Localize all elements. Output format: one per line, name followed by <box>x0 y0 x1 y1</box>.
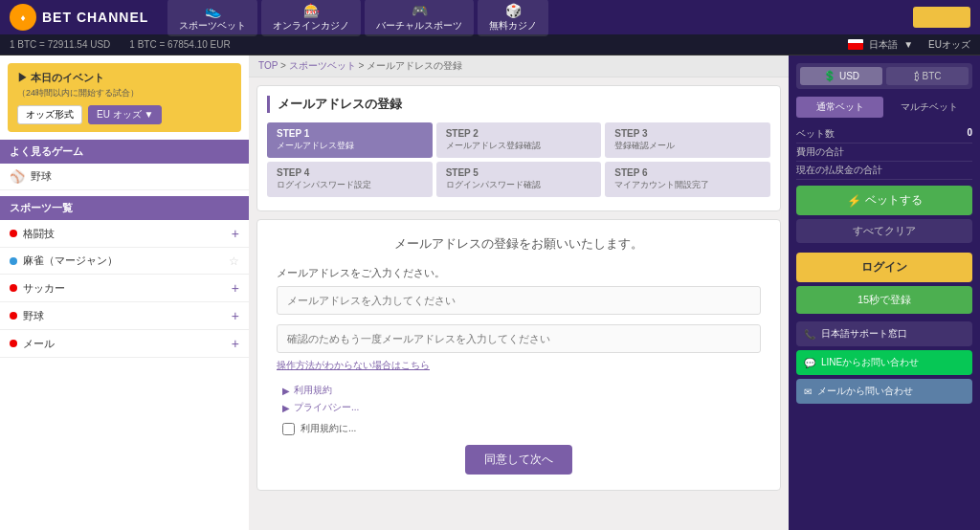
nav-free[interactable]: 🎲 無料カジノ <box>478 0 548 36</box>
center-content: TOP > スポーツベット > メールアドレスの登録 メールアドレスの登録 ST… <box>249 55 789 530</box>
support-phone-btn[interactable]: 📞 日本語サポート窓口 <box>796 321 972 346</box>
sport-item-martial[interactable]: 格闘技 + <box>0 220 249 248</box>
casino-icon: 🎰 <box>303 3 320 18</box>
sport-label-mail: メール <box>23 337 55 351</box>
agree-button[interactable]: 同意して次へ <box>465 445 572 475</box>
currency-btc[interactable]: ₿ BTC <box>886 67 969 85</box>
usd-label: USD <box>839 71 859 81</box>
support-line-btn[interactable]: 💬 LINEからお問い合わせ <box>796 350 972 375</box>
usd-icon: 💲 <box>823 70 836 82</box>
email-input[interactable] <box>277 286 761 315</box>
sport-label-soccer: サッカー <box>23 281 65 296</box>
mail-icon: ✉ <box>804 386 812 397</box>
header: ♦ BET CHANNEL 👟 スポーツベット 🎰 オンラインカジノ 🎮 バーチ… <box>0 0 980 34</box>
terms-checkbox[interactable] <box>282 423 295 435</box>
currency-input[interactable] <box>913 7 970 28</box>
today-event-sub: （24時間以内に開始する試合） <box>17 87 232 99</box>
breadcrumb-current: メールアドレスの登録 <box>367 60 462 71</box>
form-container: メールアドレスの登録をお願いいたします。 メールアドレスをご入力ください。 操作… <box>256 219 781 491</box>
step1-label: STEP 1 <box>277 128 423 139</box>
sport-label-baseball: 野球 <box>23 309 44 323</box>
logo: ♦ BET CHANNEL <box>10 4 148 31</box>
plus-icon-baseball: + <box>232 308 239 323</box>
step6-desc: マイアカウント開設完了 <box>614 179 761 191</box>
terms-item-1[interactable]: ▶ 利用規約 <box>282 384 755 397</box>
btc-eur: 1 BTC = 67854.10 EUR <box>129 39 230 50</box>
login-button[interactable]: ログイン <box>796 253 972 282</box>
tab-normal-bet[interactable]: 通常ベット <box>796 97 883 118</box>
star-icon-mahjong: ☆ <box>229 254 239 268</box>
step3-box: STEP 3 登録確認メール <box>605 122 770 158</box>
clear-button[interactable]: すべてクリア <box>796 219 972 243</box>
step4-label: STEP 4 <box>277 167 423 178</box>
btc-usd: 1 BTC = 72911.54 USD <box>10 39 110 50</box>
dot-mahjong <box>10 257 17 265</box>
form-intro: メールアドレスの登録をお願いいたします。 <box>277 235 761 253</box>
plus-icon-martial: + <box>232 226 239 241</box>
left-sidebar: ▶ 本日のイベント （24時間以内に開始する試合） オッズ形式 EU オッズ ▼… <box>0 55 249 530</box>
step3-desc: 登録確認メール <box>614 140 761 152</box>
help-link[interactable]: 操作方法がわからない場合はこちら <box>277 359 761 372</box>
sport-item-baseball[interactable]: 野球 + <box>0 302 249 330</box>
bet-total-label: 費用の合計 <box>796 145 844 159</box>
breadcrumb-top[interactable]: TOP <box>258 60 278 71</box>
sport-label-mahjong: 麻雀（マージャン） <box>23 254 118 268</box>
popular-game-label: 野球 <box>31 169 52 184</box>
tab-multi-bet[interactable]: マルチベット <box>885 97 972 118</box>
step4-desc: ログインパスワード設定 <box>277 179 423 191</box>
currency-selector: 💲 USD ₿ BTC <box>796 63 972 89</box>
step5-box: STEP 5 ログインパスワード確認 <box>436 162 602 197</box>
nav-virtual[interactable]: 🎮 バーチャルスポーツ <box>365 0 474 36</box>
bet-count-label: ベット数 <box>796 127 835 141</box>
currency-usd[interactable]: 💲 USD <box>800 67 882 85</box>
popular-games-title: よく見るゲーム <box>0 140 249 164</box>
support-line-label: LINEからお問い合わせ <box>821 356 919 369</box>
breadcrumb-sep2: > <box>358 60 367 71</box>
bet-count-row: ベット数 0 <box>796 125 972 144</box>
email-confirm-input[interactable] <box>277 324 761 353</box>
form-label: メールアドレスをご入力ください。 <box>277 266 761 280</box>
steps-row1: STEP 1 メールアドレス登録 STEP 2 メールアドレス登録確認 STEP… <box>267 122 770 158</box>
popular-game-baseball[interactable]: ⚾ 野球 <box>0 164 249 190</box>
nav-casino-label: オンラインカジノ <box>273 19 349 33</box>
nav-casino[interactable]: 🎰 オンラインカジノ <box>261 0 361 36</box>
logo-text: BET CHANNEL <box>42 10 148 25</box>
flag-icon <box>848 39 863 50</box>
dot-soccer <box>10 284 17 292</box>
nav-sports-label: スポーツベット <box>179 19 246 33</box>
plus-icon-soccer: + <box>232 280 239 296</box>
virtual-icon: 🎮 <box>412 3 428 18</box>
eu-odds-btn[interactable]: EU オッズ ▼ <box>88 105 162 124</box>
support-mail-btn[interactable]: ✉ メールから問い合わせ <box>796 379 972 404</box>
bet-count-value: 0 <box>967 127 972 141</box>
btc-label: BTC <box>923 71 942 81</box>
bet-btn-label: ベットする <box>865 192 923 209</box>
terms-arrow2: ▶ <box>282 403 290 413</box>
terms-item-2[interactable]: ▶ プライバシー... <box>282 401 755 414</box>
sport-item-soccer[interactable]: サッカー + <box>0 275 249 302</box>
odds-format-btn[interactable]: オッズ形式 <box>17 105 82 124</box>
sports-icon: 👟 <box>205 3 221 18</box>
step1-desc: メールアドレス登録 <box>277 140 423 152</box>
dot-mail <box>10 340 17 347</box>
step5-desc: ログインパスワード確認 <box>446 179 592 191</box>
sport-item-mail[interactable]: メール + <box>0 330 249 358</box>
register-button[interactable]: 15秒で登録 <box>796 286 972 314</box>
lang-selector[interactable]: 日本語 ▼ EUオッズ <box>848 38 970 52</box>
breadcrumb-sep1: > <box>280 60 289 71</box>
dot-martial <box>10 230 17 237</box>
terms-label-2: プライバシー... <box>294 401 359 414</box>
main-nav: 👟 スポーツベット 🎰 オンラインカジノ 🎮 バーチャルスポーツ 🎲 無料カジノ <box>167 0 548 36</box>
main-layout: ▶ 本日のイベント （24時間以内に開始する試合） オッズ形式 EU オッズ ▼… <box>0 55 980 530</box>
step2-label: STEP 2 <box>446 128 592 139</box>
bet-button[interactable]: ⚡ ベットする <box>796 186 972 215</box>
bet-total-row: 費用の合計 <box>796 144 972 162</box>
logo-icon: ♦ <box>10 4 36 31</box>
sport-item-mahjong[interactable]: 麻雀（マージャン） ☆ <box>0 248 249 275</box>
bet-tabs: 通常ベット マルチベット <box>796 97 972 118</box>
nav-sports[interactable]: 👟 スポーツベット <box>167 0 257 36</box>
bet-return-label: 現在の払戻金の合計 <box>796 164 882 177</box>
breadcrumb-sports[interactable]: スポーツベット <box>289 60 356 71</box>
step6-label: STEP 6 <box>614 167 761 178</box>
sport-label-martial: 格闘技 <box>23 227 55 241</box>
